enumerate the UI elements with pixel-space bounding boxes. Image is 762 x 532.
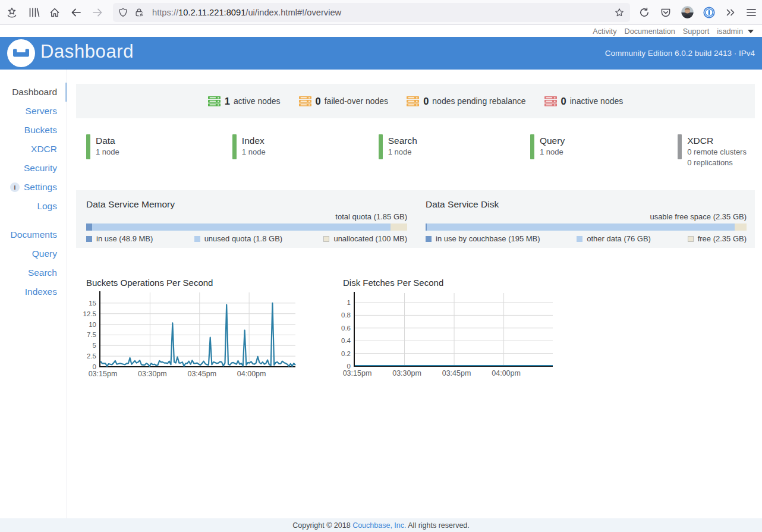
sidebar-item-documents[interactable]: Documents bbox=[0, 225, 67, 244]
ops-chart: 02.557.51012.51503:15pm03:30pm03:45pm04:… bbox=[77, 291, 309, 386]
nav-activity[interactable]: Activity bbox=[593, 27, 616, 36]
svg-text:03:15pm: 03:15pm bbox=[89, 370, 118, 378]
lock-warning-icon[interactable] bbox=[134, 8, 144, 17]
bookmark-star-icon[interactable] bbox=[615, 8, 624, 17]
url-protocol: https:// bbox=[152, 8, 178, 17]
memory-legend: in use (48.9 MB) unused quota (1.8 GB) u… bbox=[86, 234, 407, 243]
svg-text:0.2: 0.2 bbox=[341, 350, 351, 357]
sidebar-item-logs[interactable]: Logs bbox=[0, 197, 67, 216]
svg-text:04:00pm: 04:00pm bbox=[492, 369, 521, 377]
profile-avatar[interactable] bbox=[681, 6, 694, 18]
server-stack-red-icon bbox=[544, 96, 557, 106]
reload-icon[interactable] bbox=[638, 7, 650, 18]
couchbase-logo bbox=[7, 39, 35, 67]
svg-text:0.8: 0.8 bbox=[341, 311, 351, 319]
memory-unallocated-segment bbox=[391, 223, 407, 231]
disk-title: Data Service Disk bbox=[426, 199, 499, 210]
svg-text:1: 1 bbox=[347, 299, 351, 306]
disk-legend: in use by couchbase (195 MB) other data … bbox=[426, 234, 747, 243]
svg-text:0.6: 0.6 bbox=[341, 325, 351, 332]
legend-swatch bbox=[688, 236, 694, 242]
svg-text:2.5: 2.5 bbox=[87, 352, 96, 360]
sidebar: Dashboard Servers Buckets XDCR Security … bbox=[0, 70, 67, 518]
memory-title: Data Service Memory bbox=[86, 199, 175, 210]
info-icon: i bbox=[10, 182, 20, 192]
svg-text:10: 10 bbox=[89, 321, 96, 328]
sidebar-item-dashboard[interactable]: Dashboard bbox=[0, 83, 67, 102]
sidebar-item-xdcr[interactable]: XDCR bbox=[0, 140, 67, 159]
url-path: /ui/index.html#!/overview bbox=[245, 8, 341, 17]
svg-text:03:30pm: 03:30pm bbox=[392, 369, 421, 377]
svg-text:03:45pm: 03:45pm bbox=[442, 369, 471, 377]
service-status-bar bbox=[86, 134, 90, 159]
legend-swatch bbox=[194, 236, 200, 242]
memory-usage-bar bbox=[86, 223, 407, 231]
disk-section: Data Service Disk usable free space (2.3… bbox=[426, 190, 747, 248]
forward-icon[interactable] bbox=[92, 7, 103, 18]
onepassword-icon[interactable] bbox=[703, 7, 715, 18]
couchbase-link[interactable]: Couchbase, Inc. bbox=[352, 521, 406, 530]
legend-swatch bbox=[577, 236, 582, 242]
library-icon[interactable] bbox=[28, 7, 40, 18]
fetches-chart-title: Disk Fetches Per Second bbox=[343, 278, 443, 288]
url-text: https://10.2.11.221:8091/ui/index.html#!… bbox=[152, 8, 341, 17]
back-icon[interactable] bbox=[70, 7, 82, 18]
sidebar-item-query[interactable]: Query bbox=[0, 244, 67, 263]
svg-text:0.4: 0.4 bbox=[341, 337, 351, 344]
caret-down-icon[interactable] bbox=[748, 30, 754, 33]
page-title: Dashboard bbox=[40, 41, 134, 62]
service-query: Query 1 node bbox=[530, 134, 565, 168]
memory-unused-segment bbox=[92, 223, 391, 231]
server-stack-green-icon bbox=[208, 96, 221, 106]
svg-text:5: 5 bbox=[93, 342, 96, 349]
svg-text:7.5: 7.5 bbox=[87, 331, 96, 338]
app-header: Dashboard Community Edition 6.0.2 build … bbox=[0, 37, 762, 70]
menu-icon[interactable] bbox=[745, 7, 757, 18]
sidebar-item-settings[interactable]: iSettings bbox=[0, 178, 67, 197]
svg-text:03:30pm: 03:30pm bbox=[138, 370, 167, 378]
legend-swatch bbox=[323, 236, 329, 242]
active-indicator bbox=[65, 83, 67, 102]
service-data: Data 1 node bbox=[86, 134, 119, 168]
legend-swatch bbox=[86, 236, 92, 242]
shield-icon[interactable] bbox=[118, 8, 128, 17]
legend-swatch bbox=[426, 236, 432, 242]
memory-section: Data Service Memory total quota (1.85 GB… bbox=[86, 190, 407, 248]
sidebar-item-search[interactable]: Search bbox=[0, 263, 67, 282]
resources-card: Data Service Memory total quota (1.85 GB… bbox=[76, 190, 755, 248]
disk-free-label: usable free space (2.35 GB) bbox=[650, 212, 747, 221]
disk-other-segment bbox=[427, 223, 735, 231]
memory-total-label: total quota (1.85 GB) bbox=[335, 212, 407, 221]
service-status-bar bbox=[379, 134, 383, 159]
memory-inuse-segment bbox=[86, 223, 92, 231]
fetches-chart: 00.20.40.60.8103:15pm03:30pm03:45pm04:00… bbox=[333, 291, 568, 386]
sidebar-item-security[interactable]: Security bbox=[0, 159, 67, 178]
pending-rebalance-nodes-status: 0 nodes pending rebalance bbox=[407, 96, 525, 107]
disk-usage-bar bbox=[426, 223, 747, 231]
svg-text:15: 15 bbox=[89, 300, 96, 307]
active-nodes-status: 1 active nodes bbox=[208, 96, 281, 107]
url-host: 10.2.11.221:8091 bbox=[178, 8, 245, 17]
home-icon[interactable] bbox=[49, 7, 61, 18]
service-index: Index 1 node bbox=[232, 134, 266, 168]
node-status-card: 1 active nodes 0 failed-over nodes bbox=[76, 84, 755, 118]
services-row: Data 1 node Index 1 node Search 1 node Q… bbox=[86, 134, 747, 168]
server-stack-amber-icon bbox=[407, 96, 419, 106]
service-search: Search 1 node bbox=[379, 134, 417, 168]
nav-documentation[interactable]: Documentation bbox=[625, 27, 675, 36]
failed-over-nodes-status: 0 failed-over nodes bbox=[299, 96, 389, 107]
nav-support[interactable]: Support bbox=[683, 27, 709, 36]
pocket-icon[interactable] bbox=[660, 7, 672, 18]
browser-toolbar: https://10.2.11.221:8091/ui/index.html#!… bbox=[0, 0, 762, 25]
svg-text:04:00pm: 04:00pm bbox=[237, 370, 266, 378]
overflow-chevrons-icon[interactable] bbox=[725, 7, 736, 18]
sidebar-item-indexes[interactable]: Indexes bbox=[0, 282, 67, 301]
sidebar-item-servers[interactable]: Servers bbox=[0, 102, 67, 121]
sidebar-item-buckets[interactable]: Buckets bbox=[0, 121, 67, 140]
url-bar[interactable]: https://10.2.11.221:8091/ui/index.html#!… bbox=[113, 3, 630, 22]
utility-nav: Activity Documentation Support isadmin bbox=[0, 26, 762, 37]
bookmarks-tray-icon[interactable] bbox=[6, 7, 18, 18]
server-stack-amber-icon bbox=[299, 96, 311, 106]
user-menu[interactable]: isadmin bbox=[717, 27, 743, 36]
svg-text:03:45pm: 03:45pm bbox=[187, 370, 216, 378]
